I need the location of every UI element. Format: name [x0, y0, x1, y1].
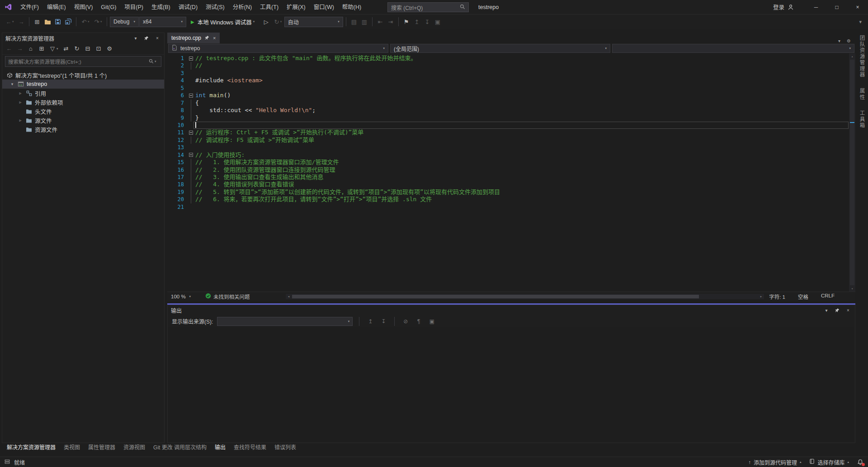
decrease-indent-icon[interactable]: ⇤ [375, 17, 385, 27]
tool-window-tab[interactable]: 类视图 [60, 443, 84, 453]
scroll-down-icon[interactable]: ▾ [849, 286, 855, 292]
pin-icon[interactable] [205, 35, 209, 41]
toggle-bookmark-icon[interactable]: ⚑ [401, 17, 411, 27]
expander-icon[interactable]: ▹ [18, 100, 23, 104]
member-dropdown[interactable]: ▾ [612, 44, 854, 53]
toggle-autoscroll-icon[interactable]: ▣ [427, 317, 436, 326]
navigate-back-caret-icon[interactable]: ▾ [12, 20, 16, 24]
fold-collapse-icon[interactable] [189, 131, 193, 135]
add-to-source-control-button[interactable]: ↑ 添加到源代码管理 ▴ [748, 458, 801, 466]
tool-window-tab[interactable]: 资源视图 [119, 443, 149, 453]
side-tab[interactable]: 工具箱 [859, 110, 866, 129]
tool-window-tab[interactable]: 错误列表 [270, 443, 300, 453]
redo-caret-icon[interactable]: ▾ [100, 20, 104, 24]
tool-window-tab[interactable]: 属性管理器 [84, 443, 119, 453]
tool-window-tab[interactable]: 查找符号结果 [230, 443, 270, 453]
solution-explorer-search-box[interactable]: 搜索解决方案资源管理器(Ctrl+;) ▾ [5, 56, 161, 67]
document-health-indicator[interactable]: 未找到相关问题 [205, 293, 250, 300]
sync-with-active-document-icon[interactable]: ⇄ [61, 44, 71, 54]
debug-auto-dropdown[interactable]: 自动 ▾ [284, 17, 343, 27]
expander-icon[interactable]: ▾ [9, 82, 15, 86]
uncomment-selection-icon[interactable]: ▥ [359, 17, 369, 27]
save-icon[interactable] [53, 17, 63, 27]
fold-collapse-icon[interactable] [189, 153, 193, 157]
refresh-icon[interactable]: ↻ [72, 44, 82, 54]
document-tab-active[interactable]: testrepo.cpp × [167, 33, 220, 43]
pin-icon[interactable] [143, 36, 150, 40]
notifications-bell-icon[interactable] [857, 459, 863, 465]
restore-button[interactable]: □ [826, 0, 847, 14]
increase-indent-icon[interactable]: ⇥ [386, 17, 396, 27]
code-line[interactable]: 10 [167, 122, 855, 129]
code-line[interactable]: 21 [167, 203, 855, 211]
filter-caret-icon[interactable]: ▾ [57, 47, 60, 51]
window-position-icon[interactable]: ▾ [823, 308, 830, 313]
hot-reload-caret-icon[interactable]: ▾ [280, 20, 284, 24]
search-options-caret-icon[interactable]: ▾ [155, 60, 158, 63]
code-line[interactable]: 17// 3. 使用输出窗口查看生成输出和其他消息 [167, 174, 855, 181]
previous-message-icon[interactable]: ↥ [366, 317, 375, 326]
user-profile-icon[interactable] [788, 4, 794, 10]
comment-selection-icon[interactable]: ▤ [349, 17, 359, 27]
code-line[interactable]: 2// [167, 62, 855, 69]
save-all-icon[interactable] [63, 17, 73, 27]
navigate-forward-icon[interactable]: → [16, 17, 26, 27]
undo-caret-icon[interactable]: ▾ [88, 20, 91, 24]
code-line[interactable]: 16// 2. 使用团队资源管理器窗口连接到源代码管理 [167, 166, 855, 174]
code-line[interactable]: 4#include <iostream> [167, 77, 855, 84]
solution-platform-dropdown[interactable]: x64 ▾ [139, 17, 186, 27]
line-ending-indicator[interactable]: CRLF [821, 293, 835, 300]
code-line[interactable]: 5 [167, 85, 855, 92]
open-file-icon[interactable] [42, 17, 52, 27]
code-line[interactable]: 20// 6. 将来，若要再次打开此项目，请转到“文件”>“打开”>“项目”并选… [167, 196, 855, 203]
tool-window-tab[interactable]: 输出 [211, 443, 230, 453]
vertical-scrollbar[interactable]: ▴ ▾ [849, 53, 855, 292]
se-forward-icon[interactable]: → [15, 44, 25, 54]
menu-item[interactable]: 帮助(H) [338, 0, 365, 14]
select-repository-button[interactable]: 选择存储库 ▴ [809, 458, 849, 466]
code-line[interactable]: 18// 4. 使用错误列表窗口查看错误 [167, 181, 855, 188]
project-dropdown[interactable]: + testrepo ▾ [168, 44, 388, 53]
menu-item[interactable]: 生成(B) [147, 0, 175, 14]
minimize-button[interactable]: ─ [806, 0, 826, 14]
sign-in-link[interactable]: 登录 [773, 3, 784, 11]
spaces-indicator[interactable]: 空格 [798, 293, 808, 300]
home-icon[interactable]: ⌂ [26, 44, 36, 54]
code-line[interactable]: 13 [167, 144, 855, 151]
menu-item[interactable]: 项目(P) [120, 0, 147, 14]
tree-item[interactable]: ▹外部依赖项 [2, 98, 164, 107]
horizontal-scrollbar[interactable]: ◂ ▸ [286, 294, 764, 299]
menu-item[interactable]: 工具(T) [256, 0, 283, 14]
code-line[interactable]: 1// testrepo.cpp : 此文件包含 "main" 函数。程序执行将… [167, 55, 855, 62]
expander-icon[interactable]: ▹ [18, 118, 23, 123]
show-all-files-icon[interactable]: ⊡ [94, 44, 104, 54]
word-wrap-icon[interactable]: ¶ [414, 317, 423, 326]
code-line[interactable]: 3 [167, 70, 855, 77]
code-line[interactable]: 7{ [167, 99, 855, 107]
active-documents-dropdown-icon[interactable]: ▾ [838, 38, 840, 43]
next-message-icon[interactable]: ↧ [379, 317, 388, 326]
column-indicator[interactable]: 字符: 1 [769, 293, 785, 300]
close-button[interactable]: × [847, 0, 868, 14]
code-editor[interactable]: 1// testrepo.cpp : 此文件包含 "main" 函数。程序执行将… [167, 53, 855, 292]
output-content[interactable] [168, 327, 854, 442]
menu-item[interactable]: 文件(F) [16, 0, 43, 14]
quick-search-box[interactable]: 搜索 (Ctrl+Q) [387, 2, 469, 12]
menu-item[interactable]: Git(G) [97, 0, 120, 14]
menu-item[interactable]: 分析(N) [229, 0, 256, 14]
project-node[interactable]: ▾ ++ testrepo [2, 80, 164, 89]
tool-window-tab[interactable]: 调用层次结构 [170, 443, 211, 453]
window-layout-icon[interactable]: ⊞ [32, 17, 42, 27]
pin-icon[interactable] [834, 308, 841, 312]
fold-collapse-icon[interactable] [189, 94, 193, 98]
expander-icon[interactable]: ▹ [18, 91, 23, 95]
bookmarks-window-icon[interactable]: ▣ [433, 17, 443, 27]
menu-item[interactable]: 窗口(W) [310, 0, 338, 14]
tool-window-tab[interactable]: 解决方案资源管理器 [3, 443, 60, 453]
close-icon[interactable]: × [844, 308, 852, 313]
tree-item[interactable]: 资源文件 [2, 125, 164, 134]
next-bookmark-icon[interactable]: ↧ [422, 17, 432, 27]
scroll-up-icon[interactable]: ▴ [849, 53, 855, 59]
close-icon[interactable]: × [154, 36, 161, 41]
menu-item[interactable]: 编辑(E) [43, 0, 70, 14]
